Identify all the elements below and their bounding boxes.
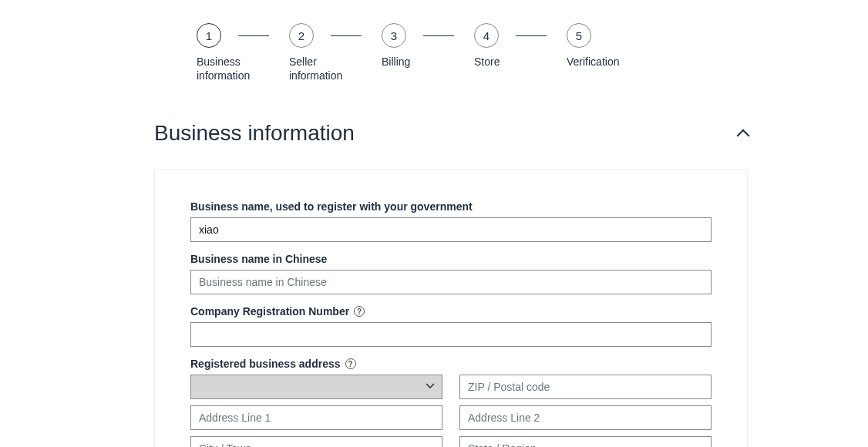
step-connector: [423, 35, 454, 36]
zip-input[interactable]: [459, 375, 712, 399]
step-number: 5: [567, 23, 591, 48]
business-info-card: Business name, used to register with you…: [154, 169, 748, 447]
address-line1-input[interactable]: [190, 405, 442, 430]
step-label: Billing: [382, 55, 410, 69]
step-label: Seller information: [289, 55, 366, 82]
address-label: Registered business address ?: [190, 358, 712, 370]
step-2: 2 Seller information: [289, 23, 382, 82]
step-connector: [238, 35, 269, 36]
step-5: 5 Verification: [567, 23, 659, 69]
page-title: Business information: [154, 121, 355, 146]
progress-stepper: 1 Business information 2 Seller informat…: [197, 23, 868, 82]
chevron-up-icon[interactable]: [737, 129, 750, 143]
step-number: 3: [382, 23, 406, 48]
company-reg-label-text: Company Registration Number: [190, 305, 349, 318]
step-1: 1 Business information: [197, 23, 289, 82]
address-line2-input[interactable]: [459, 405, 712, 430]
company-reg-input[interactable]: [190, 322, 712, 347]
country-select[interactable]: [190, 375, 442, 399]
state-input[interactable]: [459, 436, 712, 447]
step-number: 4: [474, 23, 499, 48]
step-3: 3 Billing: [382, 23, 474, 69]
step-connector: [331, 35, 362, 36]
help-icon[interactable]: ?: [354, 306, 365, 317]
address-label-text: Registered business address: [190, 358, 341, 370]
step-label: Business information: [197, 55, 274, 82]
step-number: 1: [197, 23, 221, 48]
step-connector: [516, 35, 547, 36]
business-name-label: Business name, used to register with you…: [190, 200, 712, 213]
step-4: 4 Store: [474, 23, 567, 69]
step-number: 2: [289, 23, 314, 48]
city-input[interactable]: [190, 436, 442, 447]
help-icon[interactable]: ?: [345, 358, 356, 369]
business-name-cn-input[interactable]: [190, 270, 712, 294]
step-label: Verification: [567, 55, 619, 69]
business-name-cn-label: Business name in Chinese: [190, 253, 712, 265]
company-reg-label: Company Registration Number ?: [190, 305, 712, 318]
business-name-input[interactable]: [190, 217, 712, 242]
step-label: Store: [474, 55, 500, 69]
